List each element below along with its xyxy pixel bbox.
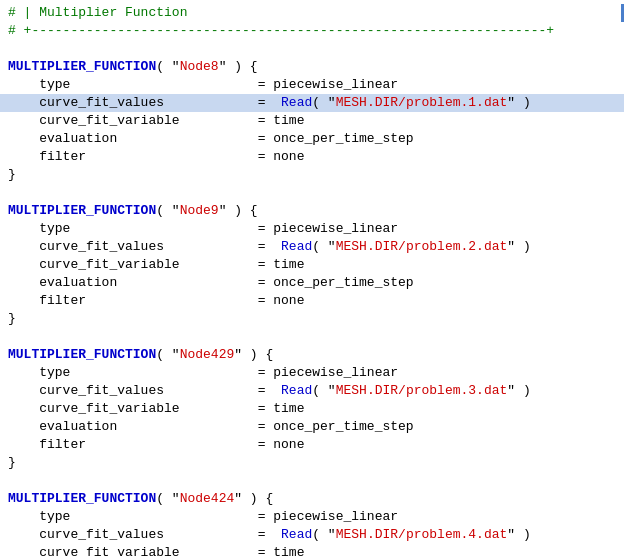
code-line: evaluation = once_per_time_step — [0, 130, 624, 148]
code-line: type = piecewise_linear — [0, 508, 624, 526]
line-content: evaluation = once_per_time_step — [0, 130, 624, 148]
code-line: MULTIPLIER_FUNCTION( "Node8" ) { — [0, 58, 624, 76]
line-content: MULTIPLIER_FUNCTION( "Node424" ) { — [0, 490, 624, 508]
code-line: # +-------------------------------------… — [0, 22, 624, 40]
code-line: MULTIPLIER_FUNCTION( "Node9" ) { — [0, 202, 624, 220]
code-line: evaluation = once_per_time_step — [0, 274, 624, 292]
line-content: curve_fit_values = Read( "MESH.DIR/probl… — [0, 238, 624, 256]
line-content: type = piecewise_linear — [0, 220, 624, 238]
code-line: } — [0, 166, 624, 184]
code-line: curve_fit_values = Read( "MESH.DIR/probl… — [0, 526, 624, 544]
code-line — [0, 328, 624, 346]
code-line: type = piecewise_linear — [0, 364, 624, 382]
code-line: evaluation = once_per_time_step — [0, 418, 624, 436]
line-content: curve_fit_variable = time — [0, 112, 624, 130]
line-content — [0, 328, 624, 346]
line-content: } — [0, 166, 624, 184]
code-line: } — [0, 454, 624, 472]
line-content: # | Multiplier Function — [0, 4, 621, 22]
line-content: type = piecewise_linear — [0, 508, 624, 526]
code-line: curve_fit_variable = time — [0, 112, 624, 130]
code-line — [0, 40, 624, 58]
line-content — [0, 184, 624, 202]
line-content: curve_fit_values = Read( "MESH.DIR/probl… — [0, 382, 624, 400]
code-line — [0, 184, 624, 202]
code-line: # | Multiplier Function — [0, 4, 624, 22]
line-content: evaluation = once_per_time_step — [0, 274, 624, 292]
line-content: # +-------------------------------------… — [0, 22, 624, 40]
code-line: type = piecewise_linear — [0, 76, 624, 94]
code-line: filter = none — [0, 292, 624, 310]
code-line: curve_fit_variable = time — [0, 544, 624, 557]
editor-container: # | Multiplier Function# +--------------… — [0, 0, 624, 557]
line-content: MULTIPLIER_FUNCTION( "Node8" ) { — [0, 58, 624, 76]
line-content — [0, 40, 624, 58]
code-line: } — [0, 310, 624, 328]
code-line: curve_fit_values = Read( "MESH.DIR/probl… — [0, 94, 624, 112]
code-line: curve_fit_values = Read( "MESH.DIR/probl… — [0, 382, 624, 400]
line-content: curve_fit_variable = time — [0, 256, 624, 274]
line-content: filter = none — [0, 148, 624, 166]
code-line: MULTIPLIER_FUNCTION( "Node429" ) { — [0, 346, 624, 364]
line-content: filter = none — [0, 292, 624, 310]
line-content: type = piecewise_linear — [0, 364, 624, 382]
line-content — [0, 472, 624, 490]
code-line: filter = none — [0, 436, 624, 454]
code-line: MULTIPLIER_FUNCTION( "Node424" ) { — [0, 490, 624, 508]
line-content: curve_fit_variable = time — [0, 544, 624, 557]
line-content: } — [0, 310, 624, 328]
code-line: type = piecewise_linear — [0, 220, 624, 238]
code-line: curve_fit_values = Read( "MESH.DIR/probl… — [0, 238, 624, 256]
line-content: curve_fit_values = Read( "MESH.DIR/probl… — [0, 94, 624, 112]
code-line: filter = none — [0, 148, 624, 166]
line-content: filter = none — [0, 436, 624, 454]
line-content: curve_fit_variable = time — [0, 400, 624, 418]
line-content: evaluation = once_per_time_step — [0, 418, 624, 436]
line-content: MULTIPLIER_FUNCTION( "Node9" ) { — [0, 202, 624, 220]
line-content: type = piecewise_linear — [0, 76, 624, 94]
line-content: MULTIPLIER_FUNCTION( "Node429" ) { — [0, 346, 624, 364]
line-content: } — [0, 454, 624, 472]
line-content: curve_fit_values = Read( "MESH.DIR/probl… — [0, 526, 624, 544]
code-area[interactable]: # | Multiplier Function# +--------------… — [0, 0, 624, 557]
code-line: curve_fit_variable = time — [0, 256, 624, 274]
code-line — [0, 472, 624, 490]
code-line: curve_fit_variable = time — [0, 400, 624, 418]
